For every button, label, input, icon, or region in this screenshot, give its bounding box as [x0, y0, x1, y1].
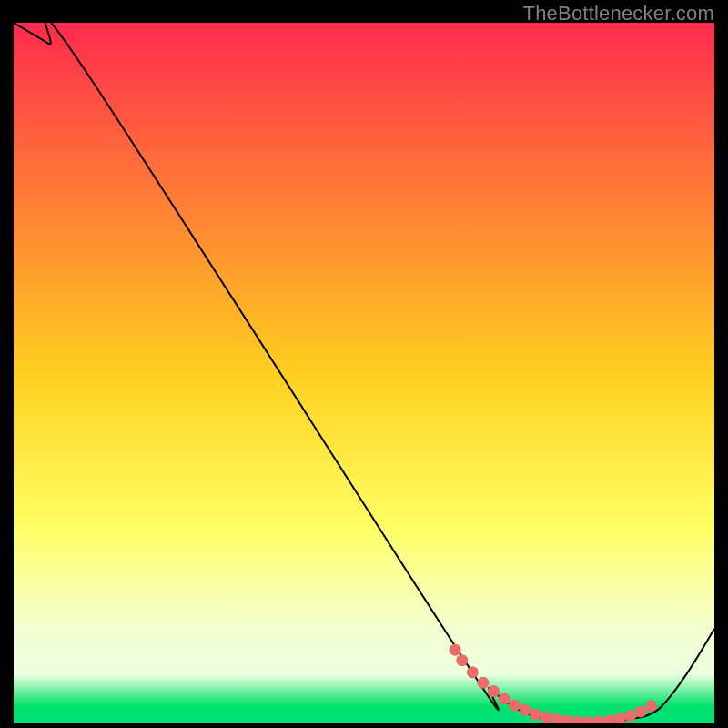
optimal-point: [530, 708, 541, 720]
bottleneck-chart: [14, 23, 714, 723]
optimal-point: [509, 699, 521, 711]
optimal-point: [499, 693, 511, 705]
optimal-point: [467, 666, 479, 678]
chart-frame: [14, 23, 714, 723]
optimal-point: [477, 677, 489, 689]
optimal-point: [541, 712, 552, 723]
optimal-point: [645, 700, 657, 712]
gradient-background: [14, 23, 714, 723]
optimal-point: [520, 704, 531, 716]
optimal-point: [488, 685, 500, 697]
optimal-point: [624, 710, 636, 722]
optimal-point: [456, 654, 468, 666]
optimal-point: [635, 705, 647, 717]
optimal-point: [450, 644, 461, 656]
